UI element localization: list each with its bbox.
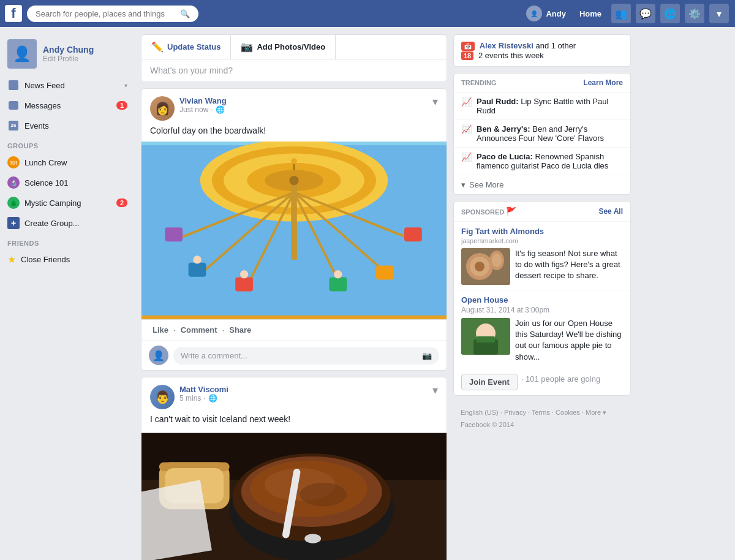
events-this-week: this week	[511, 51, 544, 60]
sponsored-title: SPONSORED 🚩	[461, 206, 516, 216]
comment-button[interactable]: Comment	[176, 322, 222, 338]
messages-icon[interactable]: 💬	[636, 4, 655, 23]
sidebar-item-close-friends[interactable]: ★ Close Friends	[0, 250, 135, 269]
post-author[interactable]: Matt Viscomi	[179, 385, 228, 394]
add-photos-tab[interactable]: 📷 Add Photos/Video	[231, 35, 336, 59]
join-event-button[interactable]: Join Event	[461, 374, 518, 390]
post-text: Colorful day on the boardwalk!	[141, 126, 447, 142]
events-count-text: 2 events	[478, 51, 508, 60]
friends-icon[interactable]: 👥	[611, 4, 631, 23]
sidebar-item-mystic-camping[interactable]: 🌲 Mystic Camping 2	[0, 193, 135, 213]
trending-item-text: Ben & Jerry's: Ben and Jerry's Announces…	[477, 124, 623, 143]
footer-copyright: Facebook © 2014	[461, 421, 514, 428]
facebook-logo[interactable]: f	[5, 5, 22, 22]
post-author[interactable]: Vivian Wang	[179, 96, 227, 105]
svg-rect-15	[329, 278, 347, 292]
trending-item-text: Paul Rudd: Lip Sync Battle with Paul Rud…	[477, 97, 623, 115]
post-options-button[interactable]: ▾	[432, 385, 438, 396]
search-input[interactable]	[36, 9, 178, 18]
sidebar-item-news-feed[interactable]: News Feed ▾	[0, 75, 135, 95]
footer-english-link[interactable]: English (US)	[461, 409, 499, 416]
events-header: 📅 Alex Ristevski and 1 other 18 2 events…	[454, 35, 630, 66]
chevron-down-icon: ▾	[124, 82, 127, 89]
nav-username: Andy	[546, 9, 566, 18]
ad-text: It's fig season! Not sure what to do wit…	[515, 248, 623, 285]
comment-input[interactable]: Write a comment... 📷	[173, 347, 439, 365]
news-feed-icon	[7, 79, 20, 91]
see-more-button[interactable]: ▾ See More	[454, 175, 630, 194]
footer-more-link[interactable]: More	[586, 409, 601, 416]
events-label: Events	[24, 121, 127, 131]
footer-terms-link[interactable]: Terms	[532, 409, 550, 416]
close-friends-label: Close Friends	[21, 255, 127, 264]
sidebar-item-create-group[interactable]: + Create Group...	[0, 213, 135, 233]
see-all-link[interactable]: See All	[598, 207, 623, 216]
carousel-svg	[141, 142, 447, 319]
svg-rect-13	[189, 263, 206, 277]
home-button[interactable]: Home	[573, 7, 608, 21]
footer-cookies-link[interactable]: Cookies	[556, 409, 580, 416]
update-status-tab[interactable]: ✏️ Update Status	[141, 35, 231, 59]
sponsored-header: SPONSORED 🚩 See All	[454, 202, 630, 221]
sidebar-item-science-101[interactable]: 🔬 Science 101	[0, 173, 135, 192]
avatar: 👤	[526, 6, 542, 21]
event-title[interactable]: Open House	[461, 295, 623, 305]
trending-item[interactable]: 📈 Ben & Jerry's: Ben and Jerry's Announc…	[454, 119, 630, 147]
mystic-camping-badge: 2	[116, 199, 127, 207]
lunch-crew-icon: 🍽	[7, 156, 20, 168]
sidebar-item-events[interactable]: 26 Events	[0, 116, 135, 135]
trending-item[interactable]: 📈 Paul Rudd: Lip Sync Battle with Paul R…	[454, 92, 630, 119]
svg-point-20	[240, 270, 248, 278]
create-group-label: Create Group...	[24, 219, 127, 228]
nav-right: 👤 Andy Home 👥 💬 🌐 ⚙️ ▾	[521, 3, 730, 24]
post-meta: Just now · 🌐	[179, 105, 227, 114]
svg-rect-18	[404, 227, 422, 241]
photo-icon: 📷	[241, 41, 253, 53]
ad-title[interactable]: Fig Tart with Almonds	[461, 227, 623, 236]
svg-rect-6	[291, 178, 297, 260]
svg-point-32	[300, 483, 347, 506]
soup-svg	[141, 430, 447, 560]
sidebar-item-messages[interactable]: Messages 1	[0, 96, 135, 115]
settings-icon[interactable]: ⚙️	[685, 4, 704, 23]
star-icon: ★	[7, 254, 16, 265]
trending-name: Paco de Lucía:	[477, 152, 533, 161]
avatar: 👤	[149, 346, 168, 365]
edit-profile-link[interactable]: Edit Profile	[43, 55, 94, 63]
messages-badge: 1	[116, 101, 127, 110]
update-status-label: Update Status	[167, 42, 221, 51]
search-bar[interactable]: 🔍	[27, 6, 198, 22]
chevron-down-icon[interactable]: ▾	[709, 4, 729, 23]
share-button[interactable]: Share	[224, 322, 256, 338]
create-group-icon: +	[7, 217, 20, 229]
post-actions: Like · Comment · Share	[141, 319, 447, 340]
ad-url: jaspersmarket.com	[461, 237, 623, 244]
events-user-link[interactable]: Alex Ristevski	[480, 41, 533, 50]
sidebar-item-lunch-crew[interactable]: 🍽 Lunch Crew	[0, 153, 135, 172]
events-icon: 26	[7, 119, 20, 132]
separator: ·	[211, 105, 213, 114]
ad-item: Fig Tart with Almonds jaspersmarket.com	[454, 221, 630, 290]
post-card: 👨 Matt Viscomi 5 mins · 🌐 ▾ I can't wait…	[141, 377, 447, 560]
flag-icon: 🚩	[506, 206, 516, 216]
trending-arrow-icon: 📈	[461, 97, 472, 107]
comment-box: 👤 Write a comment... 📷	[141, 340, 447, 370]
post-options-button[interactable]: ▾	[432, 96, 438, 107]
compose-input[interactable]: What's on your mind?	[141, 59, 447, 81]
messages-label: Messages	[24, 101, 111, 110]
events-notice: 📅 Alex Ristevski and 1 other 18 2 events…	[453, 34, 631, 67]
camera-icon[interactable]: 📷	[422, 351, 432, 360]
svg-point-21	[334, 270, 342, 278]
groups-section-title: GROUPS	[0, 136, 135, 152]
globe-icon[interactable]: 🌐	[660, 4, 680, 23]
trending-item[interactable]: 📈 Paco de Lucía: Renowned Spanish flamen…	[454, 147, 630, 175]
profile-name[interactable]: Andy Chung	[43, 45, 94, 55]
footer-privacy-link[interactable]: Privacy	[504, 409, 526, 416]
nav-user[interactable]: 👤 Andy	[521, 3, 571, 24]
ad-content: It's fig season! Not sure what to do wit…	[461, 248, 623, 285]
like-button[interactable]: Like	[148, 322, 173, 338]
avatar[interactable]: 👤	[7, 39, 37, 69]
learn-more-link[interactable]: Learn More	[583, 78, 623, 87]
svg-marker-38	[141, 480, 212, 560]
friends-section-title: FRIENDS	[0, 233, 135, 249]
